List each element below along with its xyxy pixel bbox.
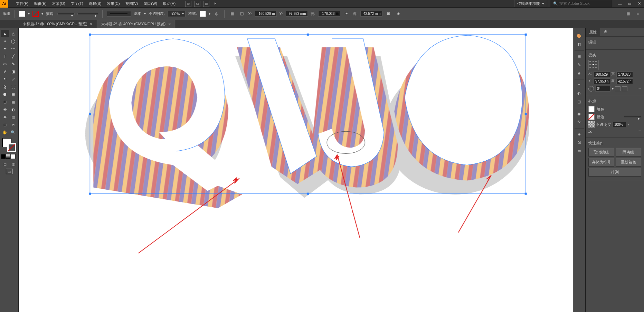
shaper-tool[interactable]: ✐ (1, 68, 9, 75)
hand-tool[interactable]: ✋ (1, 129, 9, 136)
menu-help[interactable]: 帮助(H) (160, 0, 178, 8)
angle-wheel-icon[interactable] (588, 86, 594, 92)
solid-color-mode[interactable] (1, 154, 6, 159)
artboards-panel-icon[interactable]: ▭ (575, 147, 584, 154)
graphic-styles-icon[interactable]: fx (575, 119, 584, 125)
recolor-button[interactable]: 重新着色 (616, 158, 642, 167)
x-input[interactable] (255, 11, 277, 17)
stroke-weight-input[interactable] (57, 13, 75, 15)
free-transform-tool[interactable]: ⛶ (9, 83, 17, 91)
flip-vertical-icon[interactable] (622, 86, 627, 91)
menu-window[interactable]: 窗口(W) (141, 0, 160, 8)
selection-tool[interactable]: ▲ (1, 30, 9, 37)
reference-point-picker[interactable] (588, 60, 599, 70)
opacity-input[interactable]: 100% (168, 11, 186, 17)
flip-horizontal-icon[interactable] (615, 86, 621, 91)
draw-mode-normal[interactable]: ◻ (1, 160, 9, 168)
graphic-style-swatch[interactable] (200, 11, 206, 17)
tab-close-icon[interactable]: × (168, 22, 171, 27)
prop-x-input[interactable] (594, 72, 610, 77)
width-tool[interactable]: ⧎ (1, 83, 9, 91)
tab-properties[interactable]: 属性 (586, 28, 600, 36)
eraser-tool[interactable]: ◨ (9, 68, 17, 75)
isolation-icon[interactable]: ◈ (395, 10, 402, 17)
chevron-down-icon[interactable]: ▾ (209, 12, 210, 16)
recolor-icon[interactable]: ◎ (213, 10, 220, 17)
artboard-tool[interactable]: ⊡ (1, 121, 9, 129)
brushes-panel-icon[interactable]: ✎ (575, 61, 584, 68)
link-wh-icon[interactable]: ⚮ (343, 10, 350, 17)
close-button[interactable]: ✕ (634, 0, 644, 8)
perspective-tool[interactable]: ▦ (9, 91, 17, 98)
minimize-button[interactable]: — (615, 0, 625, 8)
tab-libraries[interactable]: 库 (600, 28, 611, 36)
chevron-down-icon[interactable]: ▾ (28, 12, 30, 16)
menu-view[interactable]: 视图(V) (123, 0, 141, 8)
workspace-switcher[interactable]: 传统基本功能 ▾ (514, 0, 547, 7)
h-input[interactable] (360, 11, 382, 17)
asset-export-icon[interactable]: ⇲ (575, 139, 584, 146)
menu-file[interactable]: 文件(F) (13, 0, 31, 8)
bridge-icon[interactable]: Br (185, 1, 191, 7)
y-input[interactable] (286, 11, 308, 17)
document-tab[interactable]: 未标题-1* @ 100% (CMYK/GPU 预览) × (19, 20, 97, 28)
arrange-docs-icon[interactable]: ▦ (203, 1, 209, 7)
direct-selection-tool[interactable]: △ (9, 30, 17, 37)
menu-effect[interactable]: 效果(C) (104, 0, 122, 8)
stroke-color-swatch[interactable] (32, 11, 39, 17)
fill-stroke-indicator[interactable] (2, 138, 16, 152)
fill-color-swatch[interactable] (19, 11, 25, 17)
paintbrush-tool[interactable]: ✎ (9, 60, 17, 68)
prop-h-input[interactable] (616, 78, 633, 84)
appearance-fill-swatch[interactable] (588, 106, 595, 112)
draw-mode-behind[interactable]: ◫ (9, 160, 18, 168)
gradient-mode[interactable] (6, 154, 11, 159)
appearance-stroke-swatch[interactable] (588, 114, 595, 120)
prop-w-input[interactable] (616, 72, 633, 77)
gradient-panel-icon[interactable]: ◐ (575, 90, 584, 97)
rectangle-tool[interactable]: ▭ (1, 60, 9, 68)
screen-mode-button[interactable]: ▭ (6, 169, 13, 174)
w-input[interactable] (318, 11, 340, 17)
panel-toggle-icon[interactable]: ▦ (625, 10, 632, 17)
stock-icon[interactable]: St (194, 1, 200, 7)
transform-each-icon[interactable]: ⊞ (385, 10, 392, 17)
gradient-tool[interactable]: ▦ (9, 98, 17, 106)
canvas-area[interactable] (19, 28, 573, 312)
opacity-arrow-icon[interactable]: › (628, 123, 629, 126)
ungroup-button[interactable]: 取消编组 (588, 148, 614, 157)
line-tool[interactable]: ╱ (9, 53, 17, 60)
slice-tool[interactable]: ✂ (9, 121, 17, 129)
menu-select[interactable]: 选择(S) (86, 0, 104, 8)
menu-object[interactable]: 对象(O) (49, 0, 68, 8)
rotate-tool[interactable]: ↻ (1, 75, 9, 83)
color-panel-icon[interactable]: 🎨 (575, 32, 584, 39)
mesh-tool[interactable]: ⊞ (1, 98, 9, 106)
curvature-tool[interactable]: 〰 (9, 45, 17, 53)
maximize-button[interactable]: ▭ (625, 0, 634, 8)
fx-label[interactable]: fx. (588, 129, 593, 133)
stroke-profile-dropdown[interactable] (77, 13, 98, 15)
prop-y-input[interactable] (594, 78, 610, 84)
type-tool[interactable]: T (1, 53, 9, 60)
search-stock-input[interactable]: 🔍 搜索 Adobe Stock (550, 0, 612, 7)
stroke-panel-icon[interactable]: ≡ (575, 82, 584, 88)
chevron-down-icon[interactable]: ▾ (612, 87, 614, 91)
zoom-tool[interactable]: 🔍 (9, 129, 17, 136)
appearance-panel-icon[interactable]: ◉ (575, 110, 584, 117)
menu-edit[interactable]: 编辑(E) (31, 0, 49, 8)
appearance-opacity-input[interactable] (613, 122, 626, 127)
shape-builder-tool[interactable]: ⬢ (1, 91, 9, 98)
stroke-indicator[interactable] (7, 143, 16, 152)
swatches-panel-icon[interactable]: ▦ (575, 53, 584, 60)
symbols-panel-icon[interactable]: ♣ (575, 69, 584, 76)
brush-preview[interactable] (107, 11, 131, 17)
color-guide-icon[interactable]: ◧ (575, 41, 584, 48)
isolate-button[interactable]: 隔离组 (616, 148, 642, 157)
layers-panel-icon[interactable]: ◈ (575, 131, 584, 138)
none-color-mode[interactable] (11, 154, 16, 159)
magic-wand-tool[interactable]: ✦ (1, 37, 9, 45)
blend-tool[interactable]: ◐ (9, 106, 17, 113)
chevron-down-icon[interactable]: ▾ (41, 12, 43, 16)
chevron-down-icon[interactable]: ▾ (144, 12, 146, 16)
